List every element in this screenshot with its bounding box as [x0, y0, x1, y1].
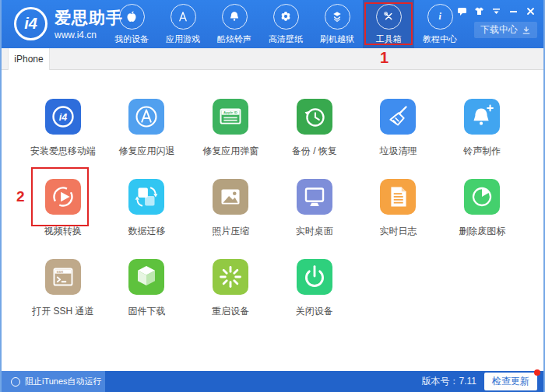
tool-label: 关闭设备 [296, 305, 333, 318]
tool-label: 修复应用弹窗 [202, 145, 258, 158]
checkbox-circle-icon [11, 377, 20, 387]
checkbox-label: 阻止iTunes自动运行 [25, 376, 102, 387]
tool-label: 视频转换 [44, 225, 82, 238]
tool-label: 删除废图标 [459, 225, 505, 238]
nav-item-toolbox[interactable]: 工具箱 [363, 0, 414, 48]
tool-label: 实时日志 [379, 225, 417, 238]
tool-label: 数据迁移 [128, 225, 165, 238]
download-icon [522, 26, 531, 35]
svg-text:SSH: SSH [56, 270, 63, 274]
ssh-terminal-icon: SSH [45, 259, 81, 295]
nav-label: 应用游戏 [166, 33, 200, 45]
tools-grid: i4 安装爱思移动端 修复应用闪退 [2, 70, 543, 339]
cube-icon [128, 259, 164, 295]
tool-label: 备份 / 恢复 [292, 145, 337, 158]
skin-icon[interactable] [474, 6, 484, 16]
tool-label: 固件下载 [128, 305, 165, 318]
svg-text:i: i [438, 12, 441, 22]
tool-ringtone-maker[interactable]: 铃声制作 [440, 99, 524, 179]
block-itunes-checkbox[interactable]: 阻止iTunes自动运行 [2, 371, 105, 392]
menu-dropdown-icon[interactable] [491, 6, 501, 16]
monitor-icon [297, 179, 332, 215]
tab-bar: iPhone [2, 48, 543, 70]
apple-id-card-icon: Apple ID [213, 99, 248, 135]
tool-label: 铃声制作 [463, 145, 501, 158]
tool-install-i4-mobile[interactable]: i4 安装爱思移动端 [21, 99, 105, 179]
app-window: i4 爱思助手 www.i4.cn 我的设备 [0, 0, 545, 392]
svg-text:Apple ID: Apple ID [223, 110, 237, 114]
close-icon[interactable] [526, 6, 536, 16]
version-label: 版本号：7.11 [422, 375, 476, 388]
nav-item-my-devices[interactable]: 我的设备 [106, 0, 157, 48]
info-icon: i [427, 4, 453, 30]
pie-circle-icon [464, 179, 500, 215]
i4-logo-icon: i4 [14, 7, 47, 40]
fix-app-crash-icon [128, 99, 164, 135]
main-nav: 我的设备 应用游戏 酷炫铃声 [106, 0, 466, 48]
tool-label: 垃圾清理 [379, 145, 417, 158]
nav-label: 刷机越狱 [320, 33, 354, 45]
tool-delete-invalid-icons[interactable]: 删除废图标 [440, 179, 524, 259]
nav-item-wallpapers[interactable]: 高清壁纸 [260, 0, 311, 48]
restart-spinner-icon [213, 259, 248, 295]
bell-plus-icon [464, 99, 500, 135]
tool-junk-clean[interactable]: 垃圾清理 [357, 99, 441, 179]
download-center-button[interactable]: 下载中心 [474, 22, 537, 38]
power-icon [297, 259, 332, 295]
tool-live-log[interactable]: 实时日志 [357, 179, 441, 259]
flash-jailbreak-icon [325, 4, 350, 30]
tool-label: 照片压缩 [212, 225, 249, 238]
i4-mobile-icon: i4 [45, 99, 81, 135]
nav-item-apps-games[interactable]: 应用游戏 [157, 0, 209, 48]
tool-label: 打开 SSH 通道 [32, 305, 93, 318]
tab-iphone[interactable]: iPhone [8, 48, 50, 70]
nav-label: 我的设备 [114, 33, 149, 45]
tool-photo-compress[interactable]: 照片压缩 [188, 179, 272, 259]
log-document-icon [380, 179, 416, 215]
tool-label: 实时桌面 [296, 225, 333, 238]
toolbox-icon [376, 4, 402, 30]
tool-live-desktop[interactable]: 实时桌面 [272, 179, 357, 259]
tool-data-migration[interactable]: 数据迁移 [105, 179, 189, 259]
nav-item-jailbreak[interactable]: 刷机越狱 [311, 0, 363, 48]
nav-label: 酷炫铃声 [217, 33, 251, 45]
photo-icon [213, 179, 248, 215]
tool-shutdown-device[interactable]: 关闭设备 [272, 259, 357, 339]
download-center-label: 下载中心 [480, 23, 518, 37]
tool-label: 重启设备 [212, 305, 249, 318]
nav-item-ringtones[interactable]: 酷炫铃声 [209, 0, 260, 48]
tool-backup-restore[interactable]: 备份 / 恢复 [272, 99, 357, 179]
window-controls [457, 6, 536, 16]
tool-firmware-download[interactable]: 固件下载 [105, 259, 189, 339]
feedback-icon[interactable] [457, 6, 467, 16]
check-update-label: 检查更新 [492, 376, 529, 387]
nav-label: 教程中心 [423, 33, 457, 45]
bell-icon [222, 4, 248, 30]
tool-fix-app-popup[interactable]: Apple ID 修复应用弹窗 [188, 99, 272, 179]
tool-label: 安装爱思移动端 [30, 145, 96, 158]
svg-text:i4: i4 [59, 112, 67, 123]
backup-restore-icon [297, 99, 332, 135]
video-convert-icon [45, 179, 81, 215]
tool-label: 修复应用闪退 [118, 145, 174, 158]
check-update-button[interactable]: 检查更新 [484, 373, 537, 390]
annotation-step-2: 2 [16, 188, 25, 205]
tool-restart-device[interactable]: 重启设备 [188, 259, 272, 339]
appstore-icon [171, 4, 196, 30]
toolbox-panel: i4 安装爱思移动端 修复应用闪退 [2, 70, 543, 371]
minimize-icon[interactable] [508, 6, 519, 16]
nav-label: 高清壁纸 [269, 33, 303, 45]
tool-open-ssh[interactable]: SSH 打开 SSH 通道 [21, 259, 105, 339]
nav-label: 工具箱 [376, 33, 402, 45]
title-bar: i4 爱思助手 www.i4.cn 我的设备 [2, 0, 543, 48]
tool-video-convert[interactable]: 视频转换 [21, 179, 105, 259]
annotation-step-1: 1 [380, 49, 389, 67]
tool-fix-app-crash[interactable]: 修复应用闪退 [105, 99, 189, 179]
flower-icon [273, 4, 299, 30]
update-notification-dot [534, 369, 540, 376]
status-bar: 阻止iTunes自动运行 版本号：7.11 检查更新 [2, 371, 543, 392]
broom-icon [380, 99, 416, 135]
data-migration-icon [128, 179, 164, 215]
apple-icon [119, 4, 145, 30]
